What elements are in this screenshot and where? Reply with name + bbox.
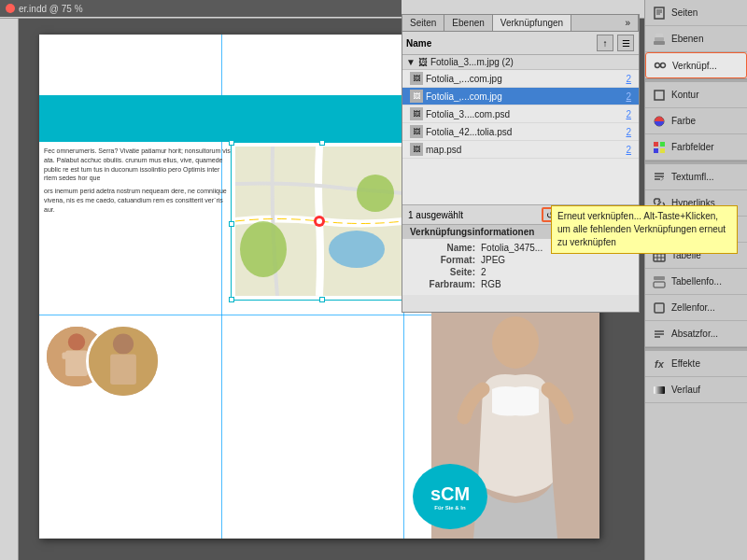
body-text-1: Fec omnerumeris. Serra? Vivatie patiamur… bbox=[44, 147, 231, 183]
svg-rect-21 bbox=[655, 37, 664, 41]
link-page-3[interactable]: 2 bbox=[626, 109, 631, 119]
link-icon-2: 🖼 bbox=[410, 90, 423, 103]
tabellenfo-label: Tabellenfo... bbox=[671, 276, 722, 287]
panel-item-kontur[interactable]: Kontur bbox=[645, 82, 747, 108]
tooltip-text: Erneut verknüpfen... Alt-Taste+Klicken, … bbox=[557, 211, 726, 247]
links-toolbar: Name ↑ ☰ bbox=[402, 32, 639, 55]
link-item-2[interactable]: 🖼 Fotolia_,...com.jpg 2 bbox=[402, 88, 639, 105]
handle-ml[interactable] bbox=[229, 221, 234, 227]
page-label: Seite: bbox=[410, 267, 475, 277]
farbe-label: Farbe bbox=[671, 116, 696, 126]
svg-rect-44 bbox=[654, 276, 665, 280]
link-page-5[interactable]: 2 bbox=[626, 145, 631, 155]
name-label: Name: bbox=[410, 243, 475, 253]
panel-item-seiten[interactable]: Seiten bbox=[645, 0, 747, 26]
scm-text: sCM bbox=[430, 483, 470, 505]
link-name-1: Fotolia_,...com.jpg bbox=[426, 74, 626, 84]
svg-rect-31 bbox=[660, 148, 665, 153]
link-item-3[interactable]: 🖼 Fotolia_3....com.psd 2 bbox=[402, 105, 639, 123]
effekte-label: Effekte bbox=[671, 358, 700, 369]
info-row-colorspace: Farbraum: RGB bbox=[410, 279, 631, 289]
link-page-4[interactable]: 2 bbox=[626, 127, 631, 137]
textfluss-icon bbox=[651, 169, 668, 186]
link-name-4: Fotolia_42...tolia.psd bbox=[426, 127, 626, 137]
svg-rect-13 bbox=[110, 355, 136, 385]
tab-seiten[interactable]: Seiten bbox=[402, 15, 444, 31]
tabellenfo-icon bbox=[651, 273, 668, 290]
format-value: JPEG bbox=[481, 255, 505, 265]
link-page-1[interactable]: 2 bbox=[626, 74, 631, 84]
links-list[interactable]: ▼ 🖼 Fotolia_3...m.jpg (2) 🖼 Fotolia_,...… bbox=[402, 55, 639, 204]
link-item-4[interactable]: 🖼 Fotolia_42...tolia.psd 2 bbox=[402, 123, 639, 141]
body-text-2: ors inemum perid adetra nostrum nequeam … bbox=[44, 187, 231, 214]
svg-point-5 bbox=[317, 218, 322, 224]
panel-item-verlauf[interactable]: Verlauf bbox=[645, 377, 747, 403]
seiten-icon bbox=[651, 5, 668, 21]
panel-item-verknupf[interactable]: Verknüpf... bbox=[645, 52, 747, 78]
colorspace-value: RGB bbox=[481, 279, 501, 289]
link-icon-1: 🖼 bbox=[410, 72, 423, 85]
panel-item-tabellenfo[interactable]: Tabellenfo... bbox=[645, 269, 747, 295]
svg-line-35 bbox=[657, 202, 661, 205]
link-icon-3: 🖼 bbox=[410, 107, 423, 120]
verlauf-label: Verlauf bbox=[671, 385, 700, 395]
svg-point-23 bbox=[655, 63, 660, 68]
absatzfo-label: Absatzfor... bbox=[671, 329, 718, 339]
sort-button[interactable]: ↑ bbox=[597, 35, 613, 51]
svg-rect-16 bbox=[655, 7, 664, 19]
menu-button[interactable]: ☰ bbox=[617, 35, 634, 51]
info-row-format: Format: JPEG bbox=[410, 255, 631, 265]
scm-logo: sCM Für Sie & In bbox=[413, 464, 487, 529]
handle-bm[interactable] bbox=[319, 297, 325, 302]
panel-item-absatzfo[interactable]: Absatzfor... bbox=[645, 321, 747, 347]
effekte-icon: fx bbox=[651, 356, 668, 372]
ebenen-icon bbox=[651, 31, 668, 48]
panel-item-ebenen[interactable]: Ebenen bbox=[645, 26, 747, 52]
verlauf-icon bbox=[651, 382, 668, 399]
selection-count: 1 ausgewählt bbox=[408, 210, 463, 220]
links-panel: Seiten Ebenen Verknüpfungen » Name ↑ ☰ ▼… bbox=[402, 14, 640, 313]
title-bar: er.indd @ 75 % bbox=[0, 0, 402, 17]
link-group-header: ▼ 🖼 Fotolia_3...m.jpg (2) bbox=[402, 55, 639, 70]
panel-item-textfluss[interactable]: Textumfl... bbox=[645, 164, 747, 190]
panel-item-zellenfo[interactable]: Zellenfor... bbox=[645, 295, 747, 321]
info-row-page: Seite: 2 bbox=[410, 267, 631, 277]
farbfelder-label: Farbfelder bbox=[671, 142, 714, 152]
farbe-icon bbox=[651, 113, 668, 130]
close-button[interactable] bbox=[6, 4, 15, 13]
kontur-label: Kontur bbox=[671, 90, 698, 100]
svg-rect-30 bbox=[654, 148, 658, 153]
scm-sub: Für Sie & In bbox=[434, 505, 465, 511]
farbfelder-icon bbox=[651, 139, 668, 156]
handle-bl[interactable] bbox=[229, 297, 234, 302]
name-column-label: Name bbox=[406, 38, 431, 49]
zellenfo-label: Zellenfor... bbox=[671, 302, 715, 313]
link-icon-5: 🖼 bbox=[410, 143, 423, 156]
link-icon-4: 🖼 bbox=[410, 125, 423, 138]
panel-item-farbe[interactable]: Farbe bbox=[645, 108, 747, 134]
tab-expand[interactable]: » bbox=[617, 15, 639, 31]
panel-item-effekte[interactable]: fx Effekte bbox=[645, 351, 747, 377]
link-page-2[interactable]: 2 bbox=[626, 91, 631, 102]
verknupf-label: Verknüpf... bbox=[672, 61, 717, 71]
seiten-label: Seiten bbox=[671, 7, 698, 18]
group-name: Fotolia_3...m.jpg (2) bbox=[430, 57, 514, 67]
verknupf-icon bbox=[652, 57, 669, 74]
circle-image-2 bbox=[86, 324, 161, 399]
svg-rect-29 bbox=[660, 142, 665, 147]
svg-rect-28 bbox=[654, 142, 658, 147]
svg-point-1 bbox=[240, 221, 287, 277]
format-label: Format: bbox=[410, 255, 475, 265]
ebenen-label: Ebenen bbox=[671, 34, 703, 44]
ruler-left bbox=[0, 19, 19, 560]
tab-verknupfungen[interactable]: Verknüpfungen bbox=[493, 15, 571, 31]
panel-tabs: Seiten Ebenen Verknüpfungen » bbox=[402, 15, 639, 32]
link-item-5[interactable]: 🖼 map.psd 2 bbox=[402, 141, 639, 159]
svg-rect-26 bbox=[655, 91, 664, 100]
panel-item-farbfelder[interactable]: Farbfelder bbox=[645, 134, 747, 161]
link-name-5: map.psd bbox=[426, 145, 626, 155]
svg-point-15 bbox=[492, 316, 539, 369]
textfluss-label: Textumfl... bbox=[671, 172, 714, 182]
link-item-1[interactable]: 🖼 Fotolia_,...com.jpg 2 bbox=[402, 70, 639, 88]
tab-ebenen[interactable]: Ebenen bbox=[444, 15, 492, 31]
